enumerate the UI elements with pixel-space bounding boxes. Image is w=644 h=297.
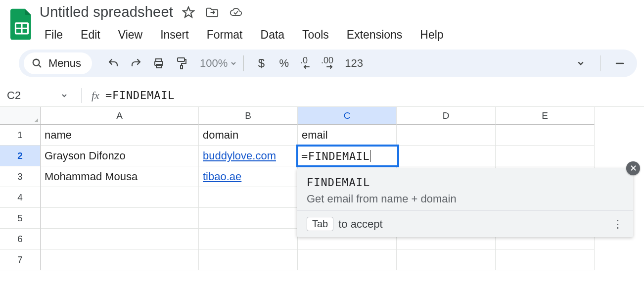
svg-line-5 [39, 65, 41, 67]
cell-E7[interactable] [496, 249, 595, 270]
cloud-status-icon[interactable] [230, 6, 242, 19]
row-header-6[interactable]: 6 [0, 229, 41, 249]
svg-rect-10 [181, 65, 183, 69]
more-formats-dropdown[interactable] [570, 53, 591, 74]
column-header-D[interactable]: D [397, 107, 496, 125]
title-icons [182, 6, 242, 19]
cell-A1[interactable]: name [41, 125, 199, 146]
minus-icon [615, 58, 625, 68]
document-title[interactable]: Untitled spreadsheet [40, 4, 173, 20]
decrease-decimal-button[interactable]: .0 [296, 53, 317, 74]
separator [243, 55, 244, 71]
chevron-down-icon [577, 60, 584, 67]
column-header-E[interactable]: E [496, 107, 595, 125]
menu-format[interactable]: Format [198, 25, 252, 45]
menu-tools[interactable]: Tools [293, 25, 338, 45]
column-header-B[interactable]: B [199, 107, 298, 125]
column-header-C[interactable]: C [298, 107, 397, 125]
cell-D7[interactable] [397, 249, 496, 270]
title-row: Untitled spreadsheet [40, 4, 453, 20]
cell-A3[interactable]: Mohammad Mousa [41, 166, 199, 187]
cell-E1[interactable] [496, 125, 595, 146]
cell-C2[interactable]: =FINDEMAIL [296, 145, 399, 167]
formula-suggestion-popup: ✕ FINDEMAIL Get email from name + domain… [297, 168, 633, 237]
minus-button[interactable] [609, 53, 630, 74]
cell-D1[interactable] [397, 125, 496, 146]
number-format-button[interactable]: 123 [342, 53, 366, 74]
cell-A4[interactable] [41, 187, 199, 208]
svg-text:.0: .0 [300, 56, 308, 65]
toolbar: Menus 100% $ % .0 [19, 50, 637, 77]
cell-B7[interactable] [199, 249, 298, 270]
row-header-7[interactable]: 7 [0, 249, 41, 270]
paint-roller-icon [176, 57, 187, 70]
menus-label: Menus [48, 57, 81, 70]
zoom-value: 100% [200, 57, 228, 70]
spreadsheet-grid[interactable]: ABCDE 1234567 namedomainemailGrayson Dif… [0, 107, 644, 297]
accept-text: to accept [338, 218, 382, 231]
name-box[interactable]: C2 [0, 89, 74, 102]
menu-help[interactable]: Help [411, 25, 452, 45]
cell-B4[interactable] [199, 187, 298, 208]
cell-C1[interactable]: email [298, 125, 397, 146]
accept-hint: Tab to accept [307, 217, 383, 231]
row-header-1[interactable]: 1 [0, 125, 41, 146]
percent-button[interactable]: % [274, 53, 294, 74]
suggestion-item[interactable]: FINDEMAIL Get email from name + domain [297, 168, 633, 210]
svg-rect-9 [178, 58, 184, 61]
header-top: Untitled spreadsheet File Edit View [0, 4, 644, 45]
column-header-A[interactable]: A [41, 107, 199, 125]
menubar: File Edit View Insert Format Data Tools … [40, 25, 453, 45]
menus-search-button[interactable]: Menus [24, 52, 92, 74]
cell-B1[interactable]: domain [199, 125, 298, 146]
star-icon[interactable] [182, 6, 195, 19]
row-header-4[interactable]: 4 [0, 187, 41, 208]
move-icon[interactable] [206, 6, 219, 19]
cell-A7[interactable] [41, 249, 199, 270]
cell-A6[interactable] [41, 229, 199, 249]
tab-key-badge: Tab [307, 217, 333, 231]
cell-D2[interactable] [397, 146, 496, 166]
print-button[interactable] [148, 53, 169, 74]
separator [81, 88, 82, 103]
cell-A5[interactable] [41, 208, 199, 229]
cell-B5[interactable] [199, 208, 298, 229]
currency-button[interactable]: $ [251, 53, 272, 74]
toolbar-wrap: Menus 100% $ % .0 [0, 45, 644, 77]
chevron-down-icon [230, 60, 236, 66]
search-icon [32, 58, 43, 69]
cell-B2[interactable]: buddylove.com [199, 146, 298, 166]
cell-A2[interactable]: Grayson Difonzo [41, 146, 199, 166]
formula-bar-row: C2 fx =FINDEMAIL [0, 84, 644, 107]
paint-format-button[interactable] [171, 53, 192, 74]
app-logo[interactable] [7, 4, 37, 44]
menu-file[interactable]: File [40, 25, 72, 45]
more-options-icon[interactable]: ⋮ [612, 218, 623, 231]
row-header-5[interactable]: 5 [0, 208, 41, 229]
undo-button[interactable] [103, 53, 124, 74]
formula-input[interactable]: =FINDEMAIL [105, 89, 175, 101]
fx-icon: fx [89, 89, 105, 102]
header: Untitled spreadsheet File Edit View [0, 0, 644, 107]
cell-B6[interactable] [199, 229, 298, 249]
cell-E2[interactable] [496, 146, 595, 166]
row-header-3[interactable]: 3 [0, 166, 41, 187]
menu-extensions[interactable]: Extensions [338, 25, 412, 45]
suggestion-name: FINDEMAIL [307, 176, 623, 189]
increase-decimal-icon: .00 [321, 56, 338, 70]
cell-C7[interactable] [298, 249, 397, 270]
select-all-corner[interactable] [0, 107, 41, 125]
menu-view[interactable]: View [109, 25, 151, 45]
menu-data[interactable]: Data [252, 25, 294, 45]
cell-B3[interactable]: tibao.ae [199, 166, 298, 187]
redo-button[interactable] [126, 53, 146, 74]
svg-marker-3 [183, 7, 194, 17]
close-icon[interactable]: ✕ [626, 161, 640, 175]
suggestion-description: Get email from name + domain [307, 193, 623, 205]
increase-decimal-button[interactable]: .00 [319, 53, 340, 74]
redo-icon [130, 57, 142, 69]
menu-edit[interactable]: Edit [72, 25, 109, 45]
menu-insert[interactable]: Insert [151, 25, 198, 45]
row-header-2[interactable]: 2 [0, 146, 41, 166]
zoom-dropdown[interactable]: 100% [200, 57, 236, 70]
